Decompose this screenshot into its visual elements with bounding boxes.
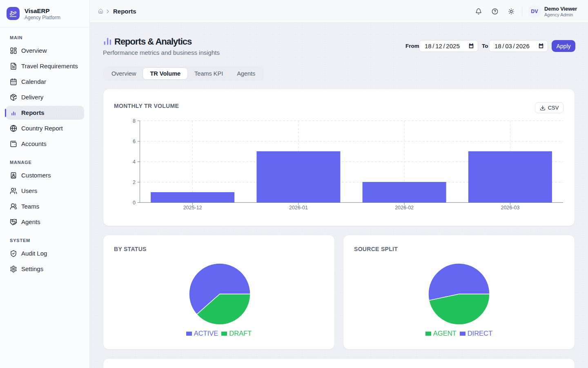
svg-text:2026-01: 2026-01 (289, 205, 308, 211)
svg-text:8: 8 (133, 118, 136, 124)
svg-text:4: 4 (133, 159, 136, 165)
svg-text:2: 2 (133, 180, 136, 185)
svg-text:6: 6 (133, 139, 136, 144)
svg-text:2026-03: 2026-03 (501, 205, 519, 211)
svg-text:2025-12: 2025-12 (183, 205, 202, 211)
svg-text:2026-02: 2026-02 (395, 205, 414, 211)
svg-text:0: 0 (133, 200, 136, 206)
